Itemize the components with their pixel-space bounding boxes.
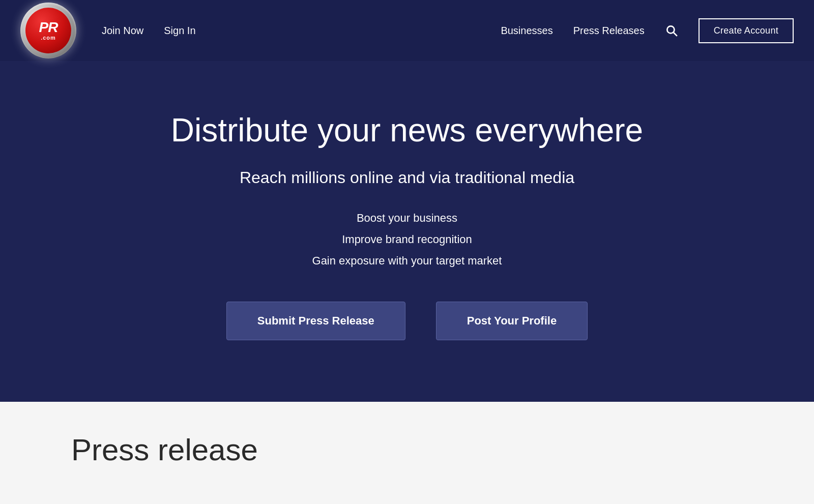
search-button[interactable] [665,24,678,37]
businesses-link[interactable]: Businesses [501,25,553,37]
hero-buttons: Submit Press Release Post Your Profile [226,302,588,340]
nav-left: Join Now Sign In [102,25,196,37]
logo[interactable]: PR .com [20,3,76,58]
svg-line-1 [674,33,677,36]
hero-subtitle: Reach millions online and via traditiona… [240,168,574,187]
nav-right: Businesses Press Releases Create Account [501,18,794,43]
bullet-2: Improve brand recognition [312,229,502,250]
sign-in-link[interactable]: Sign In [164,25,195,37]
search-icon [665,24,678,37]
hero-bullets: Boost your business Improve brand recogn… [312,207,502,271]
logo-dotcom-text: .com [41,35,56,41]
bullet-3: Gain exposure with your target market [312,250,502,272]
post-your-profile-button[interactable]: Post Your Profile [436,302,588,340]
hero-title: Distribute your news everywhere [171,112,643,148]
join-now-link[interactable]: Join Now [102,25,143,37]
press-release-section-title: Press release [71,432,743,467]
press-releases-link[interactable]: Press Releases [573,25,645,37]
below-fold-section: Press release [0,402,814,504]
header: PR .com Join Now Sign In Businesses Pres… [0,0,814,61]
logo-pr-text: PR [39,20,58,35]
create-account-button[interactable]: Create Account [699,18,794,43]
bullet-1: Boost your business [312,207,502,229]
hero-section: Distribute your news everywhere Reach mi… [0,61,814,402]
submit-press-release-button[interactable]: Submit Press Release [226,302,405,340]
svg-point-0 [667,26,674,33]
